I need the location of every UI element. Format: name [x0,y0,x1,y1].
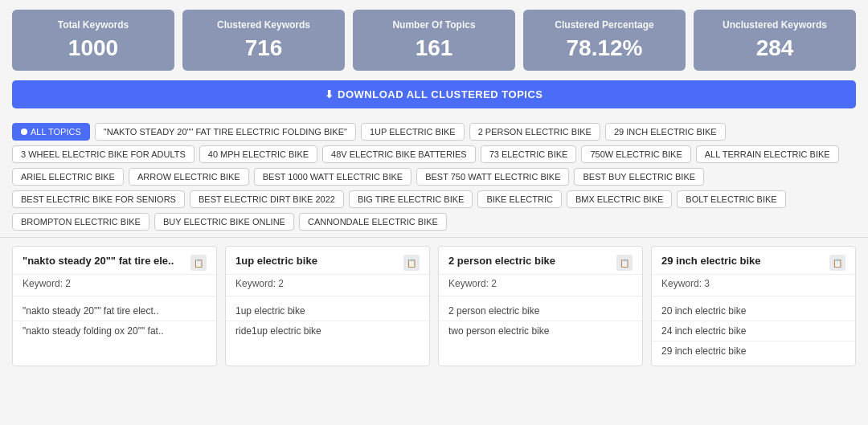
all-topics-tag[interactable]: ALL TOPICS [12,123,90,141]
topic-tag[interactable]: BMX ELECTRIC BIKE [567,190,672,208]
stat-value: 1000 [20,35,166,61]
cluster-keyword-count: Keyword: 3 [652,275,855,296]
stat-value: 284 [702,35,848,61]
cluster-keywords-list: 20 inch electric bike24 inch electric bi… [652,296,855,366]
topic-tag[interactable]: BEST BUY ELECTRIC BIKE [574,168,704,186]
cluster-keyword-item: 29 inch electric bike [652,341,855,361]
stat-value: 716 [190,35,337,61]
cluster-keywords-list: 2 person electric biketwo person electri… [439,296,642,345]
cluster-card: 1up electric bike📋Keyword: 21up electric… [225,246,430,366]
clusters-grid: "nakto steady 20"" fat tire ele..📋Keywor… [0,238,868,374]
cluster-header: 29 inch electric bike📋 [652,247,855,275]
cluster-card: 29 inch electric bike📋Keyword: 320 inch … [651,246,856,366]
cluster-copy-icon[interactable]: 📋 [190,255,207,271]
topics-filter: ALL TOPICS "NAKTO STEADY 20"" FAT TIRE E… [0,116,868,238]
stats-bar: Total Keywords 1000 Clustered Keywords 7… [0,0,868,80]
stat-label: Total Keywords [20,19,166,31]
topic-tag[interactable]: BEST ELECTRIC DIRT BIKE 2022 [190,190,344,208]
cluster-keyword-item: "nakto steady 20"" fat tire elect.. [13,301,216,321]
topic-tag[interactable]: 40 MPH ELECTRIC BIKE [199,145,317,163]
download-button[interactable]: ⬇ DOWNLOAD ALL CLUSTERED TOPICS [325,88,542,100]
stat-label: Unclustered Keywords [702,19,848,31]
download-bar[interactable]: ⬇ DOWNLOAD ALL CLUSTERED TOPICS [12,80,856,108]
cluster-card: 2 person electric bike📋Keyword: 22 perso… [438,246,643,366]
cluster-keyword-item: 2 person electric bike [439,301,642,321]
stat-card: Number Of Topics 161 [353,10,515,71]
topic-tag[interactable]: 3 WHEEL ELECTRIC BIKE FOR ADULTS [12,145,194,163]
topic-tag[interactable]: BUY ELECTRIC BIKE ONLINE [154,213,294,231]
cluster-title: 1up electric bike [235,255,403,267]
cluster-keyword-item: 1up electric bike [226,301,429,321]
cluster-header: 1up electric bike📋 [226,247,429,275]
cluster-copy-icon[interactable]: 📋 [829,255,845,271]
topic-tag[interactable]: 1UP ELECTRIC BIKE [361,123,465,141]
cluster-header: "nakto steady 20"" fat tire ele..📋 [13,247,216,275]
cluster-keyword-item: 20 inch electric bike [652,301,855,321]
cluster-title: "nakto steady 20"" fat tire ele.. [23,255,190,267]
topic-tag[interactable]: BEST 750 WATT ELECTRIC BIKE [416,168,569,186]
cluster-keyword-item: two person electric bike [439,321,642,341]
topic-tag[interactable]: BIKE ELECTRIC [477,190,562,208]
cluster-keyword-count: Keyword: 2 [13,275,216,296]
cluster-copy-icon[interactable]: 📋 [403,255,420,271]
cluster-title: 2 person electric bike [448,255,616,267]
stat-card: Clustered Percentage 78.12% [523,10,686,71]
cluster-keyword-count: Keyword: 2 [226,275,429,296]
stat-label: Clustered Percentage [531,19,678,31]
cluster-keywords-list: 1up electric bikeride1up electric bike [226,296,429,345]
topic-tag[interactable]: 48V ELECTRIC BIKE BATTERIES [322,145,476,163]
topic-tag[interactable]: 29 INCH ELECTRIC BIKE [605,123,726,141]
topic-tag[interactable]: ALL TERRAIN ELECTRIC BIKE [696,145,839,163]
cluster-copy-icon[interactable]: 📋 [616,255,633,271]
topic-tag[interactable]: BEST 1000 WATT ELECTRIC BIKE [254,168,411,186]
cluster-keyword-item: 24 inch electric bike [652,321,855,341]
dot-icon [21,129,27,135]
cluster-keyword-item: ride1up electric bike [226,321,429,341]
cluster-keywords-list: "nakto steady 20"" fat tire elect.."nakt… [13,296,216,345]
topic-tag[interactable]: BEST ELECTRIC BIKE FOR SENIORS [12,190,185,208]
cluster-header: 2 person electric bike📋 [439,247,642,275]
topic-tag[interactable]: 2 PERSON ELECTRIC BIKE [469,123,600,141]
stat-value: 161 [361,35,507,61]
cluster-title: 29 inch electric bike [661,255,829,267]
stat-card: Total Keywords 1000 [12,10,174,71]
stat-card: Unclustered Keywords 284 [694,10,856,71]
topic-tag[interactable]: CANNONDALE ELECTRIC BIKE [299,213,447,231]
stat-value: 78.12% [531,35,678,61]
cluster-keyword-item: "nakto steady folding ox 20"" fat.. [13,321,216,341]
topic-tag[interactable]: 73 ELECTRIC BIKE [481,145,577,163]
topic-tag[interactable]: BROMPTON ELECTRIC BIKE [12,213,149,231]
topic-tag[interactable]: ARIEL ELECTRIC BIKE [12,168,124,186]
topic-tag[interactable]: BOLT ELECTRIC BIKE [677,190,785,208]
topic-tag[interactable]: BIG TIRE ELECTRIC BIKE [349,190,473,208]
stat-card: Clustered Keywords 716 [182,10,345,71]
cluster-keyword-count: Keyword: 2 [439,275,642,296]
stat-label: Clustered Keywords [190,19,337,31]
topic-tag[interactable]: "NAKTO STEADY 20"" FAT TIRE ELECTRIC FOL… [95,123,356,141]
cluster-card: "nakto steady 20"" fat tire ele..📋Keywor… [12,246,217,366]
stat-label: Number Of Topics [361,19,507,31]
topic-tag[interactable]: ARROW ELECTRIC BIKE [129,168,249,186]
topic-tag[interactable]: 750W ELECTRIC BIKE [581,145,690,163]
